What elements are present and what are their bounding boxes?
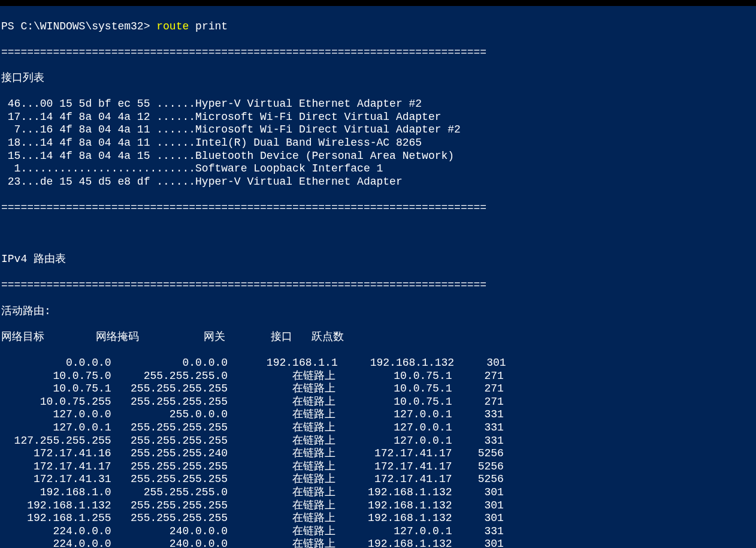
- interface-row: 18...14 4f 8a 04 4a 11 ......Intel(R) Du…: [1, 137, 756, 150]
- prompt-path: PS C:\WINDOWS\system32>: [1, 20, 150, 32]
- interface-list-header: 接口列表: [1, 72, 756, 85]
- route-column-headers: 网络目标 网络掩码 网关 接口 跃点数: [1, 331, 756, 344]
- route-row: 224.0.0.0 240.0.0.0 在链路上 127.0.0.1 331: [1, 525, 756, 538]
- command-arg: print: [195, 20, 228, 32]
- active-routes-label: 活动路由:: [1, 305, 756, 318]
- route-row: 192.168.1.0 255.255.255.0 在链路上 192.168.1…: [1, 486, 756, 499]
- route-row: 172.17.41.31 255.255.255.255 在链路上 172.17…: [1, 473, 756, 486]
- interface-row: 46...00 15 5d bf ec 55 ......Hyper-V Vir…: [1, 98, 756, 111]
- route-row: 127.255.255.255 255.255.255.255 在链路上 127…: [1, 435, 756, 448]
- interface-row: 7...16 4f 8a 04 4a 11 ......Microsoft Wi…: [1, 124, 756, 137]
- route-row: 224.0.0.0 240.0.0.0 在链路上 192.168.1.132 3…: [1, 538, 756, 548]
- interface-row: 23...de 15 45 d5 e8 df ......Hyper-V Vir…: [1, 176, 756, 189]
- divider: ========================================…: [1, 201, 756, 215]
- title-bar: [0, 0, 756, 6]
- route-row: 127.0.0.1 255.255.255.255 在链路上 127.0.0.1…: [1, 421, 756, 435]
- divider: ========================================…: [1, 46, 756, 59]
- interface-row: 1...........................Software Loo…: [1, 162, 756, 176]
- ipv4-header: IPv4 路由表: [1, 253, 756, 266]
- interface-row: 15...14 4f 8a 04 4a 15 ......Bluetooth D…: [1, 150, 756, 163]
- blank-line: [1, 227, 756, 240]
- terminal-output[interactable]: PS C:\WINDOWS\system32> route print ====…: [0, 6, 756, 548]
- route-row: 0.0.0.0 0.0.0.0 192.168.1.1 192.168.1.13…: [1, 357, 756, 370]
- route-row: 192.168.1.255 255.255.255.255 在链路上 192.1…: [1, 512, 756, 525]
- interface-list: 46...00 15 5d bf ec 55 ......Hyper-V Vir…: [1, 98, 756, 188]
- command-name: route: [156, 20, 189, 32]
- route-table: 0.0.0.0 0.0.0.0 192.168.1.1 192.168.1.13…: [1, 357, 756, 548]
- route-row: 10.0.75.0 255.255.255.0 在链路上 10.0.75.1 2…: [1, 370, 756, 383]
- prompt-line: PS C:\WINDOWS\system32> route print: [1, 20, 756, 34]
- route-row: 172.17.41.16 255.255.255.240 在链路上 172.17…: [1, 447, 756, 460]
- route-row: 172.17.41.17 255.255.255.255 在链路上 172.17…: [1, 460, 756, 474]
- divider: ========================================…: [1, 279, 756, 292]
- route-row: 10.0.75.1 255.255.255.255 在链路上 10.0.75.1…: [1, 383, 756, 396]
- route-row: 10.0.75.255 255.255.255.255 在链路上 10.0.75…: [1, 396, 756, 409]
- route-row: 127.0.0.0 255.0.0.0 在链路上 127.0.0.1 331: [1, 408, 756, 421]
- interface-row: 17...14 4f 8a 04 4a 12 ......Microsoft W…: [1, 111, 756, 124]
- route-row: 192.168.1.132 255.255.255.255 在链路上 192.1…: [1, 499, 756, 513]
